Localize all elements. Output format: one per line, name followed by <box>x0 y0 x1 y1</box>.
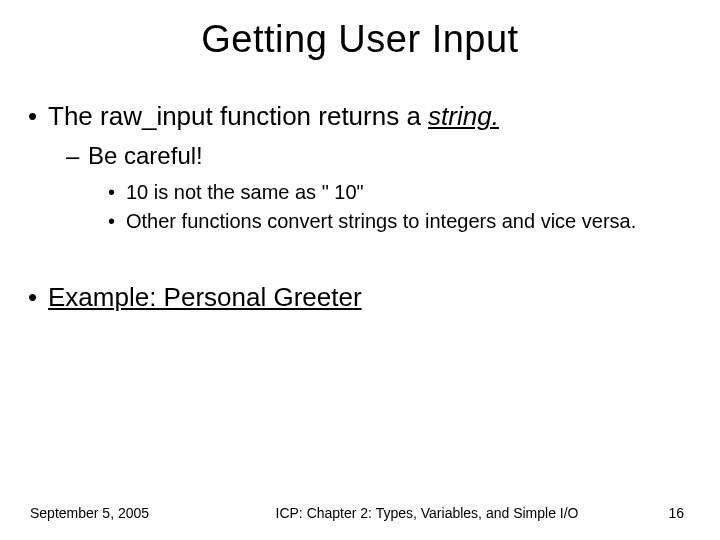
bullet-level2: – Be careful! <box>66 142 692 170</box>
bullet-text: The raw_input function returns a string. <box>48 101 499 132</box>
bullet-text: Be careful! <box>88 142 203 170</box>
bullet-level1: • Example: Personal Greeter <box>28 282 692 313</box>
text-run: The raw_input function returns a <box>48 101 428 131</box>
bullet-text: Other functions convert strings to integ… <box>126 209 636 234</box>
text-emphasis: string. <box>428 101 499 131</box>
footer-page-number: 16 <box>624 505 684 521</box>
bullet-text: 10 is not the same as " 10" <box>126 180 364 205</box>
slide-title: Getting User Input <box>0 0 720 61</box>
bullet-level3: • 10 is not the same as " 10" <box>108 180 692 205</box>
bullet-icon: • <box>108 180 126 205</box>
slide-footer: September 5, 2005 ICP: Chapter 2: Types,… <box>0 505 720 523</box>
bullet-level1: • The raw_input function returns a strin… <box>28 101 692 132</box>
bullet-level3: • Other functions convert strings to int… <box>108 209 692 234</box>
footer-center: ICP: Chapter 2: Types, Variables, and Si… <box>230 505 624 523</box>
bullet-icon: • <box>28 101 48 132</box>
bullet-text-link: Example: Personal Greeter <box>48 282 362 313</box>
slide-body: • The raw_input function returns a strin… <box>0 61 720 313</box>
bullet-icon: • <box>28 282 48 313</box>
footer-date: September 5, 2005 <box>30 505 230 521</box>
slide: Getting User Input • The raw_input funct… <box>0 0 720 540</box>
bullet-icon: • <box>108 209 126 234</box>
dash-icon: – <box>66 142 88 170</box>
